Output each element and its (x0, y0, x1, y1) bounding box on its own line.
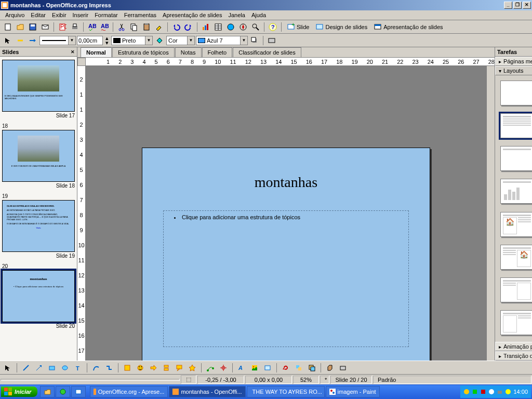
paste-icon[interactable] (141, 21, 152, 33)
menu-janela[interactable]: Janela (225, 11, 248, 19)
tab-sorter[interactable]: Classificador de slides (233, 47, 301, 57)
align-icon[interactable] (293, 362, 304, 374)
shadow-icon[interactable] (249, 35, 260, 46)
tray-icon[interactable] (497, 389, 503, 395)
select-tool-icon[interactable] (2, 362, 14, 374)
section-master-pages[interactable]: ▸ Páginas mestre (495, 57, 532, 66)
layout-title-content[interactable] (500, 113, 532, 138)
curve-tool-icon[interactable] (90, 362, 102, 374)
zoom-icon[interactable] (250, 21, 261, 33)
line-color-select[interactable]: Preto▼ (111, 36, 153, 45)
arrange-icon[interactable] (306, 362, 317, 374)
slide-design-button[interactable]: Design de slides (313, 21, 370, 33)
section-layouts[interactable]: ▾ Layouts (495, 66, 532, 75)
navigator-icon[interactable] (237, 21, 249, 33)
task-openoffice[interactable]: OpenOffice.org - Aprese... (90, 386, 168, 397)
ellipse-tool-icon[interactable] (59, 362, 71, 374)
arrow-tool-icon[interactable] (33, 362, 45, 374)
quicklaunch-2[interactable] (56, 386, 70, 397)
basic-shapes-icon[interactable] (122, 362, 133, 374)
menu-inserir[interactable]: Inserir (70, 11, 92, 19)
layout-object-text[interactable] (500, 310, 532, 335)
table-icon[interactable] (212, 21, 224, 33)
help-icon[interactable]: ? (267, 21, 278, 33)
save-icon[interactable] (27, 21, 38, 33)
gluepoints-icon[interactable] (218, 362, 229, 374)
hyperlink-icon[interactable] (225, 21, 236, 33)
rectangle-tool-icon[interactable] (46, 362, 58, 374)
close-button[interactable]: ✕ (523, 2, 531, 9)
tray-icon[interactable] (480, 389, 486, 395)
status-zoom[interactable]: 52% (293, 376, 319, 384)
points-edit-icon[interactable] (205, 362, 216, 374)
slide-thumb-19[interactable]: OLHE AS ESTRELAS E SIGA-AS VENCEDORES. A… (2, 200, 75, 252)
stars-icon[interactable] (187, 362, 198, 374)
task-montanhas[interactable]: montanhas - OpenOffi... (169, 386, 245, 397)
line-tool-icon[interactable] (20, 362, 32, 374)
task-paint[interactable]: imagem - Paint (326, 386, 380, 397)
print-icon[interactable] (69, 21, 81, 33)
layout-text-clipart[interactable]: 🏠 (500, 245, 532, 270)
fill-type-select[interactable]: Cor▼ (166, 36, 195, 45)
tray-icon[interactable] (472, 389, 478, 395)
start-button[interactable]: Iniciar (1, 387, 37, 397)
layout-chart[interactable] (500, 179, 532, 204)
line-style-icon[interactable] (15, 35, 26, 46)
task-ayres[interactable]: WTHE WAY TO AYRES RO... (247, 386, 325, 397)
from-file-icon[interactable] (249, 362, 260, 374)
tab-handout[interactable]: Folheto (202, 47, 233, 57)
text-tool-icon[interactable]: T (72, 362, 84, 374)
section-custom-animation[interactable]: ▸ Animação personalizada (495, 342, 532, 351)
fill-bucket-icon[interactable] (154, 35, 165, 46)
menu-exibir[interactable]: Exibir (49, 11, 70, 19)
rotate-icon[interactable] (280, 362, 291, 374)
flowchart-icon[interactable] (161, 362, 172, 374)
current-slide[interactable]: montanhas Clique para adicionar uma estr… (142, 148, 430, 361)
autospell-icon[interactable]: ABC (99, 21, 110, 33)
menu-ferramentas[interactable]: Ferramentas (121, 11, 159, 19)
cut-icon[interactable] (116, 21, 127, 33)
undo-icon[interactable] (170, 21, 182, 33)
section-slide-transition[interactable]: ▸ Transição de slides (495, 351, 532, 361)
tray-icon[interactable] (488, 389, 495, 395)
panel-close-icon[interactable]: ✕ (71, 49, 75, 55)
spellcheck-icon[interactable]: ABC (86, 21, 98, 33)
slide-body-placeholder[interactable]: Clique para adicionar uma estrutura de t… (163, 210, 409, 347)
layout-title-only[interactable] (500, 146, 532, 171)
interaction2-icon[interactable] (337, 362, 349, 374)
menu-editar[interactable]: Editar (28, 11, 49, 19)
slide-canvas[interactable]: montanhas Clique para adicionar uma estr… (86, 66, 486, 361)
extrusion-icon[interactable] (324, 362, 336, 374)
tray-icon[interactable] (505, 389, 511, 395)
gallery-icon[interactable] (262, 362, 273, 374)
slide-thumb-20[interactable]: montanhas • Clique para adicionar uma es… (2, 270, 75, 322)
email-icon[interactable] (39, 21, 51, 33)
callouts-icon[interactable] (174, 362, 185, 374)
export-pdf-icon[interactable]: PDF (57, 21, 68, 33)
minimize-button[interactable]: _ (504, 2, 512, 9)
slide-title-placeholder[interactable]: montanhas (142, 174, 430, 191)
redo-icon[interactable] (183, 21, 194, 33)
layout-text-object[interactable] (500, 277, 532, 302)
menu-apresentacao[interactable]: Apresentação de slides (159, 11, 225, 19)
interaction-icon[interactable] (266, 35, 277, 46)
layout-clipart-text[interactable]: 🏠 (500, 212, 532, 237)
tray-icon[interactable] (463, 389, 470, 395)
slideshow-button[interactable]: Apresentação de slides (371, 21, 445, 33)
menu-arquivo[interactable]: Arquivo (2, 11, 28, 19)
quicklaunch-3[interactable] (71, 386, 86, 397)
open-icon[interactable] (15, 21, 26, 33)
arrow-style-icon[interactable] (27, 35, 38, 46)
menu-formatar[interactable]: Formatar (91, 11, 121, 19)
width-down[interactable]: ▾ (104, 41, 110, 45)
fontwork-icon[interactable]: A (236, 362, 247, 374)
chart-icon[interactable] (200, 21, 211, 33)
format-paintbrush-icon[interactable] (153, 21, 165, 33)
vertical-scrollbar[interactable] (486, 66, 495, 361)
connector-tool-icon[interactable] (103, 362, 115, 374)
quicklaunch-1[interactable] (40, 386, 55, 397)
layout-blank[interactable] (500, 81, 532, 105)
line-width-input[interactable] (77, 36, 103, 45)
tab-normal[interactable]: Normal (81, 47, 112, 57)
menu-ajuda[interactable]: Ajuda (248, 11, 269, 19)
